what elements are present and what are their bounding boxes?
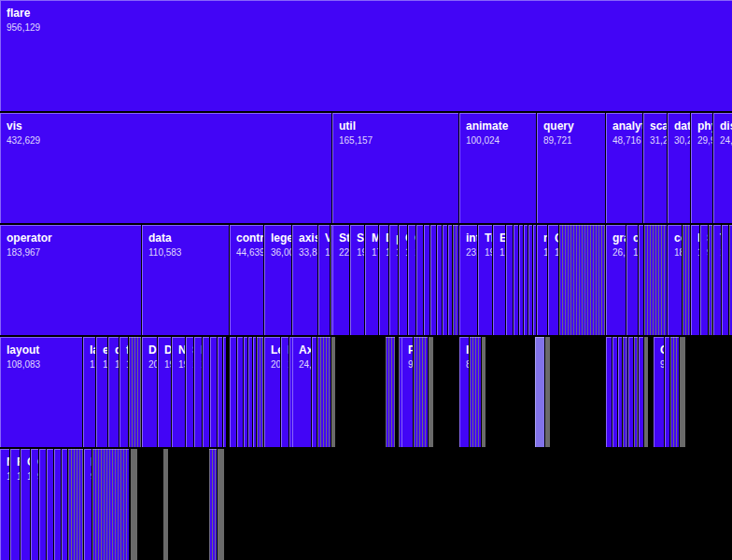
icicle-cell-render[interactable]: render8,867 (210, 337, 217, 447)
icicle-cell-treemaplayout[interactable]: TreeMapLayout9,191 (39, 449, 46, 560)
icicle-cell-scheduler[interactable]: Scheduler5,593 (524, 225, 528, 335)
icicle-cell-delimitedtextconverter[interactable]: DelimitedTextConverter4,294 (665, 337, 669, 447)
icicle-cell-legend[interactable]: Legend20,859 (264, 337, 280, 447)
icicle-cell-flare[interactable]: flare956,129 (0, 0, 732, 111)
icicle-cell-query[interactable]: Query13,896 (548, 225, 558, 335)
icicle-cell-slivers[interactable] (414, 337, 428, 447)
icicle-cell-slivers[interactable] (470, 337, 481, 447)
icicle-cell-maxflowmincut[interactable]: MaxFlowMinCut7,840 (606, 337, 612, 447)
icicle-cell-easing[interactable]: Easing17,010 (493, 225, 505, 335)
icicle-cell-slivers[interactable] (670, 337, 679, 447)
icicle-cell-selectioncontrol[interactable]: SelectionControl7,862 (237, 337, 243, 447)
icicle-cell-treebuilder[interactable]: TreeBuilder9,930 (203, 337, 209, 447)
icicle-cell-operator[interactable]: operator183,967 (0, 225, 141, 335)
icicle-cell-slivers[interactable] (623, 337, 627, 447)
icicle-cell-vis[interactable]: vis432,629 (0, 113, 331, 223)
icicle-cell-slivers[interactable] (634, 337, 638, 447)
icicle-cell-tooltipcontrol[interactable]: TooltipControl8,435 (230, 337, 236, 447)
icicle-cell-colors[interactable]: Colors10,001 (408, 225, 415, 335)
icicle-cell-tween[interactable]: Tween6,006 (514, 225, 518, 335)
icicle-cell-data[interactable]: Data10,349 (194, 337, 202, 447)
icicle-cell-heap[interactable]: Heap8,977 (416, 225, 423, 335)
icicle-cell-dirtysprite[interactable]: DirtySprite8,833 (722, 225, 728, 335)
icicle-cell-displays[interactable]: Displays12,555 (379, 225, 388, 335)
icicle-cell-hierarchicalcluster[interactable]: HierarchicalCluster6,714 (628, 337, 633, 447)
icicle-cell-interpolator[interactable]: Interpolator8,746 (459, 337, 469, 447)
icicle-cell-data[interactable]: data30,285 (668, 113, 690, 223)
icicle-cell-geometry[interactable]: Geometry10,993 (399, 225, 407, 335)
icicle-cell-slivers[interactable] (709, 225, 712, 335)
icicle-cell-slivers[interactable] (92, 449, 129, 560)
icicle-cell-legendrange[interactable]: LegendRange10,530 (281, 337, 289, 447)
icicle-cell-shapes[interactable]: Shapes19,118 (350, 225, 364, 335)
icicle-cell-slivers[interactable] (317, 337, 331, 447)
icicle-cell-palette[interactable]: palette11,946 (389, 225, 398, 335)
icicle-cell-scale[interactable]: scale31,294 (643, 113, 667, 223)
icicle-cell-converters[interactable]: converters18,628 (668, 225, 682, 335)
icicle-cell-simulation[interactable]: Simulation9,983 (700, 225, 708, 335)
icicle-cell-scalebinding[interactable]: ScaleBinding11,275 (186, 337, 193, 447)
icicle-cell-slivers[interactable] (683, 225, 690, 335)
icicle-cell-datasprite[interactable]: DataSprite19,783 (158, 337, 171, 447)
icicle-cell-transition[interactable]: Transition9,201 (506, 225, 513, 335)
icicle-cell-controllist[interactable]: ControlList4,665 (253, 337, 256, 447)
icicle-cell-transitioner[interactable]: Transitioner19,975 (478, 225, 492, 335)
icicle-cell-axis[interactable]: axis33,886 (292, 225, 317, 335)
icicle-cell-slivers[interactable] (453, 225, 458, 335)
icicle-cell-functionsequence[interactable]: FunctionSequence5,842 (519, 225, 523, 335)
icicle-cell-slivers[interactable] (68, 449, 83, 560)
icicle-cell-stackedarealayout[interactable]: StackedAreaLayout9,121 (47, 449, 53, 560)
icicle-cell-optimization[interactable]: optimization7,074 (639, 225, 643, 335)
icicle-cell-display[interactable]: display24,254 (713, 113, 732, 223)
icicle-cell-slivers[interactable] (209, 449, 217, 560)
icicle-cell-slivers[interactable] (386, 337, 395, 447)
icicle-cell-legend[interactable]: legend36,003 (264, 225, 291, 335)
icicle-cell-maths[interactable]: Maths17,705 (365, 225, 378, 335)
icicle-cell-slivers[interactable] (644, 225, 667, 335)
icicle-cell-animate[interactable]: animate100,024 (459, 113, 536, 223)
icicle-cell-aspectratiobanker[interactable]: AspectRatioBanker7,074 (639, 337, 643, 447)
icicle-cell-sort[interactable]: Sort6,887 (437, 225, 442, 335)
icicle-cell-dates[interactable]: Dates8,217 (430, 225, 436, 335)
icicle-cell-graph[interactable]: graph26,435 (606, 225, 626, 335)
icicle-cell-datalist[interactable]: DataList20,541 (142, 337, 157, 447)
icicle-cell-tree[interactable]: Tree7,147 (218, 337, 222, 447)
icicle-cell-radialtreelayout[interactable]: RadialTreeLayout12,348 (10, 449, 20, 560)
icicle-cell-sequence[interactable]: Sequence5,534 (528, 225, 532, 335)
icicle-cell-filter[interactable]: filter11,893 (120, 337, 128, 447)
icicle-cell-parallel[interactable]: Parallel5,176 (533, 225, 536, 335)
icicle-cell-panzoomcontrol[interactable]: PanZoomControl5,222 (244, 337, 247, 447)
icicle-cell-slivers[interactable] (129, 337, 141, 447)
icicle-cell-layout[interactable]: layout108,083 (0, 337, 82, 447)
icicle-cell-nbodyforce[interactable]: NBodyForce10,498 (691, 225, 699, 335)
icicle-cell-forcedirectedlayout[interactable]: ForceDirectedLayout8,411 (54, 449, 61, 560)
icicle-cell-controls[interactable]: controls44,639 (230, 225, 263, 335)
icicle-cell-arrays[interactable]: Arrays8,258 (424, 225, 429, 335)
icicle-cell-circlelayout[interactable]: CircleLayout9,317 (31, 449, 38, 560)
icicle-cell-nodelinktreelayout[interactable]: NodeLinkTreeLayout12,870 (0, 449, 9, 560)
icicle-cell-circlepackinglayout[interactable]: CirclePackingLayout12,003 (21, 449, 30, 560)
icicle-cell-slivers[interactable] (559, 225, 605, 335)
icicle-cell-linkdistance[interactable]: LinkDistance5,731 (618, 337, 622, 447)
icicle-cell-textsprite[interactable]: TextSprite10,066 (713, 225, 721, 335)
icicle-cell-distortion[interactable]: distortion14,219 (108, 337, 119, 447)
icicle-cell-cluster[interactable]: cluster15,207 (626, 225, 638, 335)
icicle-cell-encoder[interactable]: encoder14,897 (96, 337, 107, 447)
icicle-cell-stats[interactable]: Stats6,557 (443, 225, 447, 335)
icicle-cell-graphmlconverter[interactable]: GraphMLConverter9,800 (654, 337, 664, 447)
icicle-cell-strings[interactable]: Strings22,026 (332, 225, 349, 335)
icicle-cell-axis[interactable]: Axis24,593 (292, 337, 311, 447)
icicle-cell-interpolate[interactable]: interpolate23,081 (459, 225, 477, 335)
icicle-cell-label[interactable]: label17,057 (83, 337, 95, 447)
icicle-cell-layout[interactable]: Layout7,881 (62, 449, 67, 560)
icicle-cell-palette[interactable]: Palette9,342 (401, 337, 413, 447)
icicle-cell-slivers[interactable] (257, 337, 263, 447)
icicle-cell-visualization[interactable]: Visualization16,540 (318, 225, 330, 335)
icicle-cell-labeler[interactable]: Labeler9,956 (84, 449, 92, 560)
icicle-cell-methods[interactable]: methods14,084 (537, 225, 547, 335)
icicle-cell-query[interactable]: query89,721 (537, 113, 605, 223)
icicle-cell-analytics[interactable]: analytics48,716 (606, 113, 642, 223)
icicle-cell-util[interactable]: util165,157 (332, 113, 458, 223)
icicle-cell-slivers[interactable] (535, 337, 544, 447)
icicle-cell-edgesprite[interactable]: EdgeSprite3,301 (223, 337, 226, 447)
